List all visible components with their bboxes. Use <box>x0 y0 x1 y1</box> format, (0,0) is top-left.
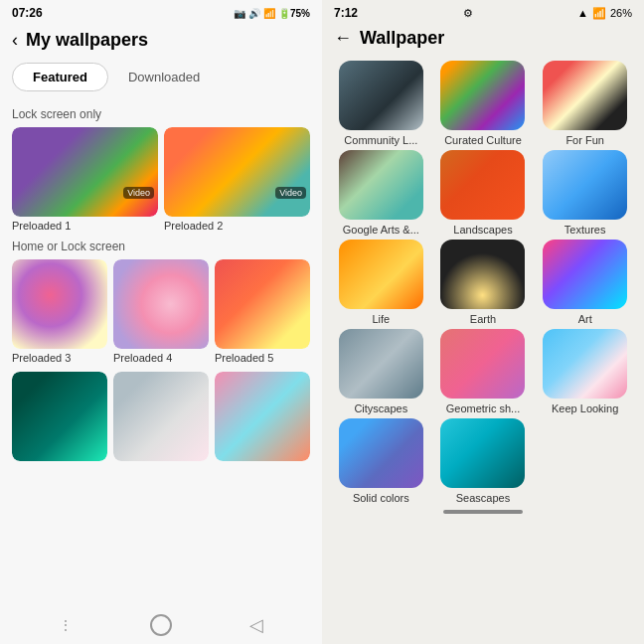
category-label-seascapes: Seascapes <box>456 492 510 504</box>
list-item[interactable]: Textures <box>538 150 632 236</box>
list-item[interactable]: Google Arts &... <box>334 150 428 236</box>
category-thumb-geometric <box>440 329 525 399</box>
section-lock-only: Lock screen only <box>12 107 310 121</box>
empty-grid-cell <box>538 418 622 504</box>
category-label-landscapes: Landscapes <box>453 224 512 236</box>
list-item[interactable] <box>113 372 209 461</box>
video-badge-p1: Video <box>123 187 154 199</box>
category-grid-row2: Google Arts &... Landscapes Textures <box>334 150 632 236</box>
category-grid-row5: Solid colors Seascapes <box>334 418 632 504</box>
list-item[interactable]: Community L... <box>334 61 428 146</box>
bottom-nav-left: ⋮ ◁ <box>0 608 322 644</box>
wallpaper-grid: Community L... Curated Culture For Fun G… <box>322 57 644 644</box>
category-thumb-forfun <box>543 61 627 130</box>
wallpaper-thumb-p3[interactable] <box>12 259 107 349</box>
list-item[interactable]: Cityscapes <box>334 329 428 414</box>
back-nav-icon[interactable]: ◁ <box>249 614 263 636</box>
list-item[interactable]: For Fun <box>538 61 632 146</box>
list-item[interactable]: Seascapes <box>436 418 531 504</box>
category-thumb-community <box>339 61 423 130</box>
list-item[interactable]: Preloaded 3 <box>12 259 107 364</box>
category-label-community: Community L... <box>344 134 417 146</box>
tab-featured[interactable]: Featured <box>12 63 108 91</box>
signal-right-icon: 📶 <box>592 7 606 20</box>
tab-downloaded[interactable]: Downloaded <box>116 64 212 90</box>
wallpaper-thumb-p4[interactable] <box>113 259 209 349</box>
category-thumb-google <box>339 150 423 220</box>
category-label-life: Life <box>372 313 390 325</box>
wallpaper-thumb-p6[interactable] <box>12 372 107 461</box>
list-item[interactable]: Life <box>334 240 428 325</box>
list-item[interactable]: Art <box>538 240 632 325</box>
thumb-img-p8 <box>215 372 310 461</box>
category-thumb-keeplooking <box>543 329 627 399</box>
back-button-left[interactable]: ‹ <box>12 30 18 51</box>
category-thumb-earth <box>440 240 525 309</box>
status-bar-right: 7:12 ⚙ ▲ 📶 26% <box>322 0 644 24</box>
status-icons-left: 📷 🔊 📶 🔋75% <box>234 8 310 19</box>
wallpaper-thumb-p2[interactable]: Video <box>164 127 310 217</box>
left-panel: 07:26 📷 🔊 📶 🔋75% ‹ My wallpapers Feature… <box>0 0 322 644</box>
list-item[interactable] <box>215 372 310 461</box>
battery-left: 🔋75% <box>278 8 310 19</box>
category-thumb-cityscapes <box>339 329 423 399</box>
right-panel: 7:12 ⚙ ▲ 📶 26% ← Wallpaper Community L..… <box>322 0 644 644</box>
menu-icon[interactable]: ⋮ <box>59 617 73 633</box>
nav-header-left: ‹ My wallpapers <box>0 24 322 59</box>
category-thumb-life <box>339 240 423 309</box>
list-item[interactable]: Video Preloaded 2 <box>164 127 310 232</box>
category-label-geometric: Geometric sh... <box>446 402 521 414</box>
category-label-solidcolors: Solid colors <box>353 492 409 504</box>
list-item[interactable]: Solid colors <box>334 418 428 504</box>
wallpaper-thumb-p7[interactable] <box>113 372 209 461</box>
category-grid-row4: Cityscapes Geometric sh... Keep Looking <box>334 329 632 414</box>
list-item[interactable]: Geometric sh... <box>436 329 531 414</box>
category-grid-row3: Life Earth Art <box>334 240 632 325</box>
wallpaper-thumb-p1[interactable]: Video <box>12 127 158 217</box>
thumb-label-p3: Preloaded 3 <box>12 352 107 364</box>
category-label-curated: Curated Culture <box>444 134 522 146</box>
thumb-img-p4 <box>113 259 209 349</box>
wallpaper-thumb-p8[interactable] <box>215 372 310 461</box>
category-grid-row1: Community L... Curated Culture For Fun <box>334 61 632 146</box>
camera-icon: 📷 <box>234 8 245 19</box>
list-item[interactable]: Video Preloaded 1 <box>12 127 158 232</box>
nav-header-right: ← Wallpaper <box>322 24 644 57</box>
category-thumb-landscapes <box>440 150 525 220</box>
list-item[interactable]: Earth <box>436 240 531 325</box>
scroll-content-left: Lock screen only Video Preloaded 1 Video… <box>0 99 322 608</box>
thumb-label-p1: Preloaded 1 <box>12 220 158 232</box>
category-thumb-solidcolors <box>339 418 423 488</box>
thumb-img-p5 <box>215 259 310 349</box>
list-item[interactable]: Preloaded 4 <box>113 259 209 364</box>
back-button-right[interactable]: ← <box>334 28 352 49</box>
category-label-earth: Earth <box>470 313 496 325</box>
battery-right: 26% <box>610 7 632 19</box>
list-item[interactable]: Keep Looking <box>538 329 632 414</box>
thumb-label-p4: Preloaded 4 <box>113 352 209 364</box>
thumb-img-p2 <box>164 127 310 217</box>
list-item[interactable] <box>12 372 107 461</box>
wifi-right-icon: ▲ <box>577 7 588 19</box>
wifi-icon: 📶 <box>263 8 275 19</box>
category-label-cityscapes: Cityscapes <box>354 402 407 414</box>
lock-screen-grid: Video Preloaded 1 Video Preloaded 2 <box>12 127 310 232</box>
home-button[interactable] <box>150 614 172 636</box>
time-left: 07:26 <box>12 6 43 20</box>
category-label-art: Art <box>578 313 592 325</box>
list-item[interactable]: Preloaded 5 <box>215 259 310 364</box>
thumb-label-p2: Preloaded 2 <box>164 220 310 232</box>
section-home-or-lock: Home or Lock screen <box>12 240 310 253</box>
thumb-img-p3 <box>12 259 107 349</box>
category-thumb-art <box>543 240 627 309</box>
list-item[interactable]: Landscapes <box>436 150 531 236</box>
video-badge-p2: Video <box>275 187 306 199</box>
status-bar-left: 07:26 📷 🔊 📶 🔋75% <box>0 0 322 24</box>
home-lock-grid: Preloaded 3 Preloaded 4 Preloaded 5 <box>12 259 310 364</box>
time-right: 7:12 <box>334 6 358 20</box>
wallpaper-thumb-p5[interactable] <box>215 259 310 349</box>
category-thumb-textures <box>543 150 627 220</box>
gear-icon[interactable]: ⚙ <box>463 7 473 20</box>
list-item[interactable]: Curated Culture <box>436 61 531 146</box>
tab-bar: Featured Downloaded <box>0 59 322 99</box>
